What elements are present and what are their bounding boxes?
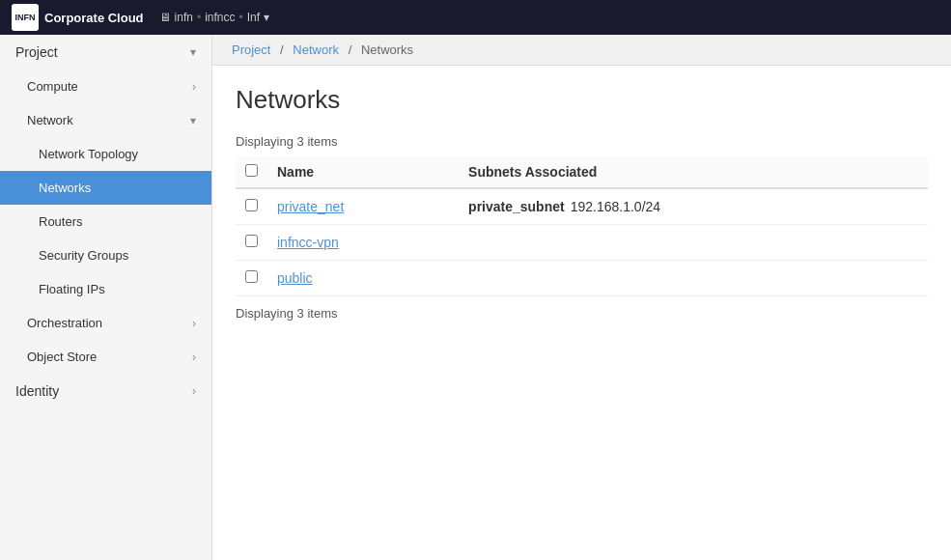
logo-icon: INFN xyxy=(12,4,39,31)
chevron-right-icon: › xyxy=(192,350,196,364)
monitor-icon: 🖥 xyxy=(159,11,171,24)
sidebar-item-floating-ips[interactable]: Floating IPs xyxy=(0,272,211,306)
sidebar-item-object-store[interactable]: Object Store › xyxy=(0,340,211,374)
chevron-down-icon: ▾ xyxy=(190,114,196,127)
row-subnet-cell xyxy=(459,261,928,296)
sidebar-item-security-groups[interactable]: Security Groups xyxy=(0,238,211,272)
sidebar-routers-label: Routers xyxy=(39,214,83,229)
chevron-down-icon: ▾ xyxy=(190,45,196,59)
sidebar-networks-label: Networks xyxy=(39,181,91,195)
sidebar-item-compute[interactable]: Compute › xyxy=(0,70,211,103)
table-header-row: Name Subnets Associated xyxy=(236,156,928,188)
row-subnet-cell xyxy=(459,225,928,261)
sidebar-item-project[interactable]: Project ▾ xyxy=(0,35,211,70)
displaying-top: Displaying 3 items xyxy=(236,134,928,149)
row-checkbox-1[interactable] xyxy=(245,235,258,247)
dropdown-icon[interactable]: ▾ xyxy=(264,11,269,24)
sidebar-item-orchestration[interactable]: Orchestration › xyxy=(0,306,211,340)
network-link-infncc-vpn[interactable]: infncc-vpn xyxy=(277,235,339,250)
header-checkbox-col xyxy=(236,156,267,188)
brand-name: Corporate Cloud xyxy=(44,11,144,25)
row-name-cell: public xyxy=(267,261,459,296)
sidebar-security-groups-label: Security Groups xyxy=(39,248,128,263)
subnet-cidr: 192.168.1.0/24 xyxy=(571,199,660,214)
row-name-cell: infncc-vpn xyxy=(267,225,459,261)
select-all-checkbox[interactable] xyxy=(245,164,258,177)
chevron-right-icon: › xyxy=(192,384,196,398)
main-layout: Project ▾ Compute › Network ▾ Network To… xyxy=(0,35,951,560)
subnet-label: private_subnet xyxy=(468,199,565,214)
nav-infncc[interactable]: infncc xyxy=(205,11,235,24)
chevron-right-icon: › xyxy=(192,317,196,330)
top-nav: 🖥 infn • infncc • Inf ▾ xyxy=(159,11,269,24)
row-checkbox-cell xyxy=(236,225,267,261)
network-link-public[interactable]: public xyxy=(277,270,313,286)
breadcrumb: Project / Network / Networks xyxy=(212,35,951,66)
sidebar: Project ▾ Compute › Network ▾ Network To… xyxy=(0,35,212,560)
sidebar-item-identity[interactable]: Identity › xyxy=(0,374,211,408)
breadcrumb-network[interactable]: Network xyxy=(293,42,339,57)
table-row: private_netprivate_subnet192.168.1.0/24 xyxy=(236,188,928,225)
breadcrumb-networks: Networks xyxy=(361,42,413,57)
row-checkbox-0[interactable] xyxy=(245,199,258,211)
logo-area: INFN Corporate Cloud xyxy=(12,4,144,31)
header-subnets: Subnets Associated xyxy=(459,156,928,188)
chevron-right-icon: › xyxy=(192,80,196,94)
sidebar-item-networks[interactable]: Networks xyxy=(0,171,211,205)
header-name: Name xyxy=(267,156,459,188)
content-area: Project / Network / Networks Networks Di… xyxy=(212,35,951,560)
row-subnet-cell: private_subnet192.168.1.0/24 xyxy=(459,188,928,225)
sidebar-identity-label: Identity xyxy=(15,383,59,399)
sidebar-network-topology-label: Network Topology xyxy=(39,147,138,161)
sidebar-item-network[interactable]: Network ▾ xyxy=(0,103,211,137)
sidebar-item-network-topology[interactable]: Network Topology xyxy=(0,137,211,171)
table-row: infncc-vpn xyxy=(236,225,928,261)
table-row: public xyxy=(236,261,928,296)
sidebar-compute-label: Compute xyxy=(27,79,78,94)
networks-table: Name Subnets Associated private_netpriva… xyxy=(236,156,928,296)
row-checkbox-2[interactable] xyxy=(245,270,258,283)
sidebar-orchestration-label: Orchestration xyxy=(27,316,102,330)
row-name-cell: private_net xyxy=(267,188,459,225)
nav-infn[interactable]: infn xyxy=(175,11,193,24)
sidebar-floating-ips-label: Floating IPs xyxy=(39,282,105,296)
row-checkbox-cell xyxy=(236,261,267,296)
page-title: Networks xyxy=(236,85,928,115)
sidebar-item-routers[interactable]: Routers xyxy=(0,205,211,238)
displaying-bottom: Displaying 3 items xyxy=(236,306,928,321)
topbar: INFN Corporate Cloud 🖥 infn • infncc • I… xyxy=(0,0,951,35)
page-content: Networks Displaying 3 items Name Subnets… xyxy=(212,66,951,348)
sidebar-network-label: Network xyxy=(27,113,73,127)
row-checkbox-cell xyxy=(236,188,267,225)
breadcrumb-project[interactable]: Project xyxy=(232,42,270,57)
network-link-private_net[interactable]: private_net xyxy=(277,199,344,214)
sidebar-project-label: Project xyxy=(15,44,58,60)
nav-inf[interactable]: Inf xyxy=(247,11,260,24)
sidebar-object-store-label: Object Store xyxy=(27,350,97,364)
